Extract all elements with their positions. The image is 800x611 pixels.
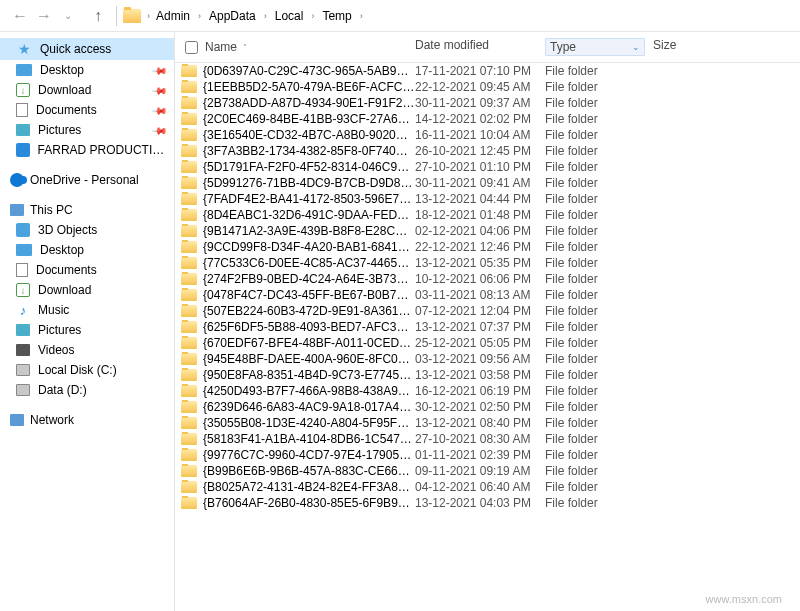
breadcrumb-segment[interactable]: Temp [318,7,355,25]
file-name: {B8025A72-4131-4B24-82E4-FF3A8E14... [203,480,415,494]
sidebar-item-download-pc[interactable]: Download [0,280,174,300]
file-date: 10-12-2021 06:06 PM [415,272,545,286]
file-date: 18-12-2021 01:48 PM [415,208,545,222]
dropdown-history[interactable]: ⌄ [56,4,80,28]
table-row[interactable]: {625F6DF5-5B88-4093-BED7-AFC387F9...13-1… [175,319,800,335]
folder-icon [181,337,197,349]
file-name: {9B1471A2-3A9E-439B-B8F8-E28CBA4... [203,224,415,238]
table-row[interactable]: {945E48BF-DAEE-400A-960E-8FC0E5F...03-12… [175,351,800,367]
sidebar-item-pictures[interactable]: Pictures📌 [0,120,174,140]
breadcrumb-segment[interactable]: Admin [152,7,194,25]
sidebar-item-data-d[interactable]: Data (D:) [0,380,174,400]
file-name: {670EDF67-BFE4-48BF-A011-0CED9B4... [203,336,415,350]
back-button[interactable]: ← [8,4,32,28]
table-row[interactable]: {B99B6E6B-9B6B-457A-883C-CE66B70...09-11… [175,463,800,479]
file-date: 17-11-2021 07:10 PM [415,64,545,78]
sidebar-item-desktop-pc[interactable]: Desktop [0,240,174,260]
file-date: 01-11-2021 02:39 PM [415,448,545,462]
file-date: 13-12-2021 04:44 PM [415,192,545,206]
folder-icon [181,241,197,253]
table-row[interactable]: {99776C7C-9960-4CD7-97E4-17905AA...01-11… [175,447,800,463]
table-row[interactable]: {0D6397A0-C29C-473C-965A-5AB92FF...17-11… [175,63,800,79]
table-row[interactable]: {8D4EABC1-32D6-491C-9DAA-FED6C6...18-12-… [175,207,800,223]
file-name: {2B738ADD-A87D-4934-90E1-F91F226... [203,96,415,110]
file-type: File folder [545,368,653,382]
sidebar-item-music[interactable]: ♪Music [0,300,174,320]
breadcrumb-segment[interactable]: AppData [205,7,260,25]
table-row[interactable]: {58183F41-A1BA-4104-8DB6-1C54758...27-10… [175,431,800,447]
sidebar-item-documents-pc[interactable]: Documents [0,260,174,280]
file-type: File folder [545,160,653,174]
select-all-checkbox[interactable] [181,38,201,56]
table-row[interactable]: {B8025A72-4131-4B24-82E4-FF3A8E14...04-1… [175,479,800,495]
file-name: {35055B08-1D3E-4240-A804-5F95F73E... [203,416,415,430]
download-icon [16,83,30,97]
table-row[interactable]: {6239D646-6A83-4AC9-9A18-017A433...30-12… [175,399,800,415]
folder-icon [181,145,197,157]
column-header-size[interactable]: Size [653,38,713,56]
sidebar-item-download[interactable]: Download📌 [0,80,174,100]
column-header-date[interactable]: Date modified [415,38,545,56]
sidebar-item-desktop[interactable]: Desktop📌 [0,60,174,80]
table-row[interactable]: {3F7A3BB2-1734-4382-85F8-0F740B71...26-1… [175,143,800,159]
sidebar-item-farrad[interactable]: FARRAD PRODUCTION [0,140,174,160]
table-row[interactable]: {2B738ADD-A87D-4934-90E1-F91F226...30-11… [175,95,800,111]
sidebar-item-quick-access[interactable]: ★Quick access [0,38,174,60]
file-type: File folder [545,304,653,318]
table-row[interactable]: {1EEBB5D2-5A70-479A-BE6F-ACFC06F...22-12… [175,79,800,95]
sidebar-item-videos[interactable]: Videos [0,340,174,360]
sidebar-item-3d-objects[interactable]: 3D Objects [0,220,174,240]
file-name: {5D1791FA-F2F0-4F52-8314-046C9C8D... [203,160,415,174]
table-row[interactable]: {9CCD99F8-D34F-4A20-BAB1-6841C51...22-12… [175,239,800,255]
file-name: {99776C7C-9960-4CD7-97E4-17905AA... [203,448,415,462]
sidebar-item-onedrive[interactable]: OneDrive - Personal [0,170,174,190]
file-type: File folder [545,80,653,94]
sidebar-item-network[interactable]: Network [0,410,174,430]
breadcrumb[interactable]: Admin›AppData›Local›Temp› [152,7,365,25]
folder-icon [181,129,197,141]
file-type: File folder [545,320,653,334]
table-row[interactable]: {950E8FA8-8351-4B4D-9C73-E77450D3...13-1… [175,367,800,383]
table-row[interactable]: {5D1791FA-F2F0-4F52-8314-046C9C8D...27-1… [175,159,800,175]
table-row[interactable]: {5D991276-71BB-4DC9-B7CB-D9D8BD...30-11-… [175,175,800,191]
file-name: {7FADF4E2-BA41-4172-8503-596E7978... [203,192,415,206]
sidebar-item-documents[interactable]: Documents📌 [0,100,174,120]
column-header-name[interactable]: Name˄ [201,38,415,56]
table-row[interactable]: {274F2FB9-0BED-4C24-A64E-3B7356B5...10-1… [175,271,800,287]
table-row[interactable]: {77C533C6-D0EE-4C85-AC37-4465B1B...13-12… [175,255,800,271]
up-button[interactable]: ↑ [86,4,110,28]
folder-icon [181,225,197,237]
table-row[interactable]: {3E16540E-CD32-4B7C-A8B0-9020F65...16-11… [175,127,800,143]
chevron-right-icon: › [358,11,365,21]
folder-icon [181,289,197,301]
table-row[interactable]: {2C0EC469-84BE-41BB-93CF-27A6F4E...14-12… [175,111,800,127]
table-row[interactable]: {4250D493-B7F7-466A-98B8-438A9C4...16-12… [175,383,800,399]
table-row[interactable]: {9B1471A2-3A9E-439B-B8F8-E28CBA4...02-12… [175,223,800,239]
file-name: {3E16540E-CD32-4B7C-A8B0-9020F65... [203,128,415,142]
folder-icon [181,433,197,445]
file-date: 26-10-2021 12:45 PM [415,144,545,158]
breadcrumb-segment[interactable]: Local [271,7,308,25]
file-type: File folder [545,176,653,190]
table-row[interactable]: {670EDF67-BFE4-48BF-A011-0CED9B4...25-12… [175,335,800,351]
file-type: File folder [545,352,653,366]
file-name: {1EEBB5D2-5A70-479A-BE6F-ACFC06F... [203,80,415,94]
forward-button[interactable]: → [32,4,56,28]
file-date: 13-12-2021 05:35 PM [415,256,545,270]
download-icon [16,283,30,297]
table-row[interactable]: {7FADF4E2-BA41-4172-8503-596E7978...13-1… [175,191,800,207]
sidebar-item-pictures-pc[interactable]: Pictures [0,320,174,340]
videos-icon [16,344,30,356]
column-header-type[interactable]: Type⌄ [545,38,645,56]
table-row[interactable]: {B76064AF-26B0-4830-85E5-6F9B92B7...13-1… [175,495,800,511]
table-row[interactable]: {507EB224-60B3-472D-9E91-8A361C6F...07-1… [175,303,800,319]
sidebar-item-local-disk-c[interactable]: Local Disk (C:) [0,360,174,380]
sidebar-item-this-pc[interactable]: This PC [0,200,174,220]
table-row[interactable]: {0478F4C7-DC43-45FF-BE67-B0B735D...03-11… [175,287,800,303]
chevron-right-icon: › [309,11,316,21]
file-date: 13-12-2021 04:03 PM [415,496,545,510]
table-row[interactable]: {35055B08-1D3E-4240-A804-5F95F73E...13-1… [175,415,800,431]
file-type: File folder [545,112,653,126]
file-name: {B99B6E6B-9B6B-457A-883C-CE66B70... [203,464,415,478]
file-date: 09-11-2021 09:19 AM [415,464,545,478]
